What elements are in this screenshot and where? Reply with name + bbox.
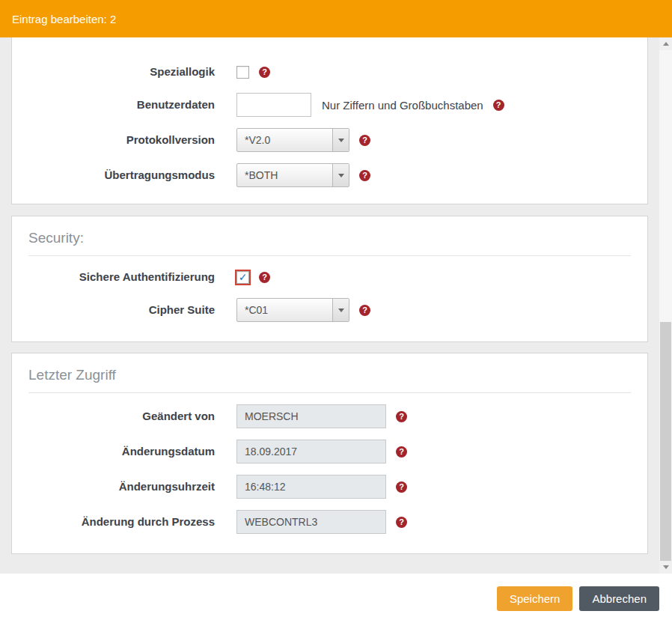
cancel-button[interactable]: Abbrechen [579, 586, 659, 611]
speziallogik-checkbox[interactable] [236, 66, 249, 79]
aenderung-durch-prozess-field [236, 510, 386, 534]
help-icon[interactable]: ? [259, 272, 270, 283]
save-button[interactable]: Speichern [497, 586, 573, 611]
chevron-down-icon [332, 164, 349, 186]
form-row: Übertragungsmodus *BOTH ? [12, 163, 647, 187]
form-row: Änderungsdatum ? [12, 440, 647, 464]
speziallogik-label: Speziallogik [12, 65, 215, 79]
help-icon[interactable]: ? [259, 67, 270, 78]
scroll-up-icon[interactable] [659, 37, 672, 50]
protokollversion-selected-value: *V2.0 [237, 134, 270, 146]
chevron-down-icon [332, 299, 349, 321]
help-icon[interactable]: ? [493, 100, 504, 111]
cipher-suite-selected-value: *C01 [237, 304, 268, 316]
cipher-suite-label: Cipher Suite [12, 303, 215, 317]
aenderungsdatum-label: Änderungsdatum [12, 445, 215, 458]
form-row: Änderung durch Prozess ? [12, 510, 647, 534]
form-section-letzter-zugriff: Letzter Zugriff Geändert von ? Änderungs… [11, 353, 648, 554]
geaendert-von-field [236, 404, 386, 428]
check-icon: ✓ [239, 272, 248, 282]
dialog-footer: Speichern Abbrechen [0, 574, 672, 623]
form-row: Geändert von ? [12, 404, 647, 428]
dialog-title: Eintrag bearbeiten: 2 [12, 13, 116, 25]
form-row: Sichere Authentifizierung ✓ ? [12, 267, 647, 287]
help-icon[interactable]: ? [359, 305, 370, 316]
scroll-down-icon[interactable] [659, 561, 672, 574]
help-icon[interactable]: ? [359, 135, 370, 146]
form-section-security: Security: Sichere Authentifizierung ✓ ? … [11, 216, 648, 342]
form-row: Protokollversion *V2.0 ? [12, 128, 647, 152]
uebertragungsmodus-select[interactable]: *BOTH [236, 163, 349, 187]
protokollversion-label: Protokollversion [12, 133, 215, 147]
form-row: Cipher Suite *C01 ? [12, 298, 647, 322]
help-icon[interactable]: ? [396, 446, 407, 458]
benutzerdaten-hint: Nur Ziffern und Großbuchstaben [322, 99, 483, 112]
sichere-authentifizierung-checkbox[interactable]: ✓ [236, 271, 249, 284]
letzter-zugriff-heading: Letzter Zugriff [28, 353, 631, 393]
scrollbar-thumb[interactable] [660, 322, 671, 561]
benutzerdaten-input[interactable] [236, 93, 311, 117]
protokollversion-select[interactable]: *V2.0 [236, 128, 349, 152]
form-section-connection: Speziallogik ? Benutzerdaten Nur Ziffern… [11, 37, 648, 204]
form-row: Änderungsuhrzeit ? [12, 475, 647, 499]
geaendert-von-label: Geändert von [12, 410, 215, 423]
sichere-authentifizierung-label: Sichere Authentifizierung [12, 270, 215, 284]
aenderungsdatum-field [236, 440, 386, 464]
chevron-down-icon [332, 129, 349, 151]
dialog-content: Speziallogik ? Benutzerdaten Nur Ziffern… [0, 37, 659, 574]
aenderung-durch-prozess-label: Änderung durch Prozess [12, 515, 215, 529]
vertical-scrollbar[interactable] [659, 37, 672, 574]
form-row: Benutzerdaten Nur Ziffern und Großbuchst… [12, 93, 647, 117]
security-heading: Security: [28, 216, 631, 256]
benutzerdaten-label: Benutzerdaten [12, 98, 215, 112]
dialog-header: Eintrag bearbeiten: 2 [0, 0, 672, 37]
help-icon[interactable]: ? [359, 170, 370, 181]
help-icon[interactable]: ? [396, 411, 407, 422]
aenderungsuhrzeit-label: Änderungsuhrzeit [12, 480, 215, 493]
help-icon[interactable]: ? [396, 481, 407, 493]
uebertragungsmodus-selected-value: *BOTH [237, 169, 278, 181]
cipher-suite-select[interactable]: *C01 [236, 298, 349, 322]
aenderungsuhrzeit-field [236, 475, 386, 499]
uebertragungsmodus-label: Übertragungsmodus [12, 168, 215, 182]
help-icon[interactable]: ? [396, 517, 407, 528]
edit-entry-dialog: Eintrag bearbeiten: 2 Speziallogik ? Ben… [0, 0, 672, 623]
form-row: Speziallogik ? [12, 62, 647, 82]
